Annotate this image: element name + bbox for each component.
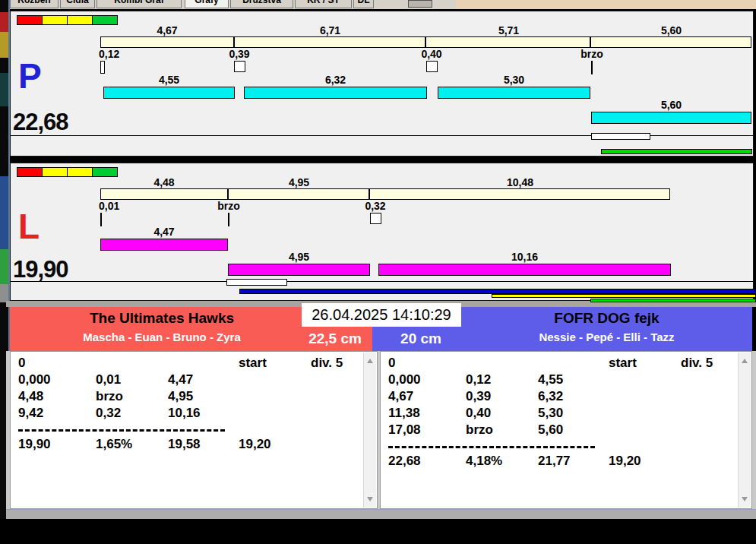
cross-value-label: brzo: [580, 49, 603, 59]
run-value-label: 10,16: [511, 251, 538, 262]
overlay-bar: [590, 299, 756, 302]
split-value-label: 4,67: [157, 25, 177, 36]
result-cell: 0,01: [96, 373, 121, 387]
cross-value-label: 0,01: [99, 201, 119, 211]
ruler-segment: [370, 189, 669, 199]
scroll-up-icon[interactable]: [367, 359, 373, 363]
result-cell: brzo: [466, 423, 493, 437]
result-total-cell: 21,77: [538, 454, 571, 468]
scroll-up-icon[interactable]: [742, 359, 748, 363]
tab-cidla[interactable]: Cidla: [60, 0, 95, 8]
split-value-label: 4,95: [289, 177, 309, 188]
traffic-light-cell: [67, 15, 93, 25]
panel-separator: [10, 157, 756, 163]
traffic-light-cell: [42, 167, 68, 177]
result-cell: 11,38: [388, 406, 420, 420]
tab-bar: RozbehCidlaKombi GrafGrafyDružstvaKR / S…: [10, 0, 456, 9]
result-start-label: start: [609, 356, 637, 370]
run-value-label: 5,30: [504, 74, 524, 85]
footer-band: [0, 519, 756, 544]
team-height-left: 22,5 cm: [298, 331, 372, 347]
ruler-segment: [235, 37, 426, 47]
result-div-label: div. 5: [311, 356, 343, 370]
totals-separator: [388, 446, 595, 448]
result-cell: 4,47: [168, 373, 193, 387]
result-div-label: div. 5: [681, 356, 713, 370]
scroll-down-icon[interactable]: [367, 497, 373, 501]
titlebar-fragment: [408, 0, 432, 8]
cross-value-label: brzo: [217, 201, 240, 211]
lane-total-P: 22,68: [13, 110, 68, 134]
split-value-label: 5,71: [498, 25, 519, 36]
scrollbar[interactable]: [738, 353, 751, 508]
result-cell: 4,48: [18, 390, 43, 403]
scroll-down-icon[interactable]: [742, 497, 748, 501]
ruler-segment: [426, 37, 591, 47]
sliver-blob: [0, 176, 8, 249]
run-bar: [228, 264, 370, 276]
tab-dru-stva[interactable]: Družstva: [230, 0, 293, 8]
lane-extra-bar: [601, 149, 752, 154]
run-bar: [100, 239, 228, 251]
team-name-left: The Ultimates Hawks: [10, 310, 314, 327]
result-cell: 5,30: [538, 406, 563, 420]
run-value-label: 6,32: [325, 74, 346, 85]
cross-value-label: 0,40: [421, 49, 441, 59]
overlay-bar: [492, 294, 756, 298]
traffic-light-cell: [17, 15, 43, 25]
split-ruler: [100, 36, 751, 48]
cross-value-label: 0,39: [229, 49, 249, 59]
result-cell: 4,67: [388, 390, 413, 403]
ruler-segment: [229, 189, 371, 199]
sliver-blob: [0, 73, 8, 106]
tab-rozbeh[interactable]: Rozbeh: [10, 0, 59, 8]
run-bar: [103, 87, 235, 99]
result-corner-cell: 0: [388, 356, 395, 370]
cross-marker-thinbox: [100, 61, 105, 74]
run-value-label: 4,47: [153, 226, 174, 237]
run-value-label: 5,60: [661, 100, 682, 110]
cross-marker-box: [370, 213, 381, 224]
lane-panel-P: 4,676,715,715,600,120,390,40brzo4,556,32…: [10, 11, 754, 157]
traffic-light-cell: [67, 167, 93, 177]
lane-letter-L: L: [18, 209, 40, 244]
run-bar: [244, 87, 427, 99]
sliver-blob: [0, 32, 8, 58]
lane-total-L: 19,90: [13, 258, 68, 281]
result-cell: 4,55: [538, 373, 563, 387]
cross-value-label: 0,12: [99, 49, 119, 59]
cross-marker-tick: [228, 213, 229, 226]
split-value-label: 10,48: [507, 177, 533, 188]
result-cell: 17,08: [388, 423, 421, 437]
split-value-label: 6,71: [320, 25, 340, 36]
tab-kr-st[interactable]: KR / ST: [295, 0, 352, 8]
result-total-cell: 19,20: [609, 454, 641, 468]
ruler-segment: [101, 37, 235, 47]
run-bar: [378, 264, 671, 276]
result-cell: 10,16: [168, 406, 201, 420]
titlebar-strip: [456, 0, 756, 9]
result-cell: 6,32: [538, 390, 563, 403]
sliver-blob: [0, 12, 8, 32]
split-value-label: 4,48: [153, 177, 174, 188]
datetime-display: 26.04.2025 14:10:29: [302, 303, 461, 327]
split-ruler: [100, 188, 670, 200]
tab-kombi-graf[interactable]: Kombi Graf: [96, 0, 182, 8]
tab-grafy[interactable]: Grafy: [185, 0, 229, 8]
ruler-segment: [591, 37, 751, 47]
sliver-blob: [0, 249, 8, 284]
result-cell: 5,60: [538, 423, 563, 437]
result-cell: 0,40: [466, 406, 491, 420]
cross-marker-tick: [591, 61, 593, 74]
tab-dl[interactable]: DL: [353, 0, 374, 8]
result-total-cell: 4,18%: [466, 454, 502, 468]
result-cell: 0,39: [466, 390, 491, 403]
sliver-blob: [0, 284, 8, 302]
result-cell: 0,12: [466, 373, 491, 387]
team-members-right: Nessie - Pepé - Elli - Tazz: [461, 331, 752, 343]
cross-marker-box: [234, 61, 245, 72]
results-panel-right: 0startdiv. 50,0000,124,554,670,396,3211,…: [380, 351, 752, 509]
result-cell: 0,000: [388, 373, 421, 387]
scrollbar[interactable]: [363, 353, 376, 508]
app-window: RozbehCidlaKombi GrafGrafyDružstvaKR / S…: [0, 0, 756, 544]
